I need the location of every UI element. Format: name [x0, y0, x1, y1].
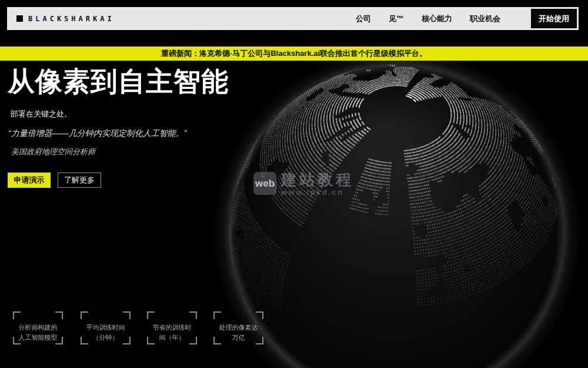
bracket-corner-icon — [213, 311, 221, 319]
bracket-corner-icon — [256, 311, 263, 319]
brand-logo-text: BLACKSHARKAI — [28, 15, 115, 23]
stat-ai-models: 分析师构建的 人工智能模型 — [13, 311, 63, 344]
hero-quote: “力量倍增器——几分钟内实现定制化人工智能。” — [8, 128, 186, 139]
stat-label-line2: 万亿 — [232, 334, 245, 341]
top-navbar: BLACKSHARKAI 公司 见™ 核心能力 职业机会 开始使用 — [7, 7, 579, 30]
stat-label-line1: 平均训练时间 — [86, 324, 125, 331]
hero-buttons: 申请演示 了解更多 — [8, 173, 101, 188]
bracket-corner-icon — [81, 311, 88, 319]
brand-logo[interactable]: BLACKSHARKAI — [16, 15, 115, 23]
stat-label-line2: 间（年） — [159, 334, 185, 341]
watermark-title: 建站教程 — [281, 172, 354, 188]
news-banner[interactable]: 重磅新闻：洛克希德·马丁公司与Blackshark.ai联合推出首个行星级模拟平… — [0, 47, 588, 61]
get-started-button[interactable]: 开始使用 — [531, 9, 577, 28]
stats-row: 分析师构建的 人工智能模型 平均训练时间 （分钟） 节省的训练时 间（年） 处理… — [0, 311, 588, 344]
stat-label-line1: 分析师构建的 — [19, 324, 58, 331]
brand-square-icon — [16, 15, 23, 22]
bracket-corner-icon — [147, 311, 155, 319]
stat-time-saved: 节省的训练时 间（年） — [147, 311, 197, 344]
page-title: 从像素到自主智能 — [8, 67, 229, 97]
stat-label-line2: 人工智能模型 — [19, 334, 58, 341]
stat-pixels-processed: 处理的像素达 万亿 — [213, 311, 263, 344]
stat-label-line1: 处理的像素达 — [219, 324, 258, 331]
request-demo-button[interactable]: 申请演示 — [8, 173, 51, 188]
watermark-url: www.ipkd.cn — [281, 188, 354, 197]
bracket-corner-icon — [189, 311, 197, 319]
bracket-corner-icon — [55, 311, 63, 319]
watermark-web-badge: web — [253, 172, 276, 195]
stat-training-time: 平均训练时间 （分钟） — [81, 311, 131, 344]
stat-label-line1: 节省的训练时 — [153, 324, 192, 331]
hero-quote-attribution: 美国政府地理空间分析师 — [11, 147, 95, 157]
bracket-corner-icon — [123, 311, 131, 319]
site-watermark: web 建站教程 www.ipkd.cn — [253, 172, 354, 197]
stat-label-line2: （分钟） — [93, 334, 119, 341]
nav-item-company[interactable]: 公司 — [356, 14, 371, 24]
nav-item-careers[interactable]: 职业机会 — [470, 14, 500, 24]
news-banner-text: 重磅新闻：洛克希德·马丁公司与Blackshark.ai联合推出首个行星级模拟平… — [161, 48, 427, 59]
nav-item-capabilities[interactable]: 核心能力 — [422, 14, 452, 24]
hero-subtitle: 部署在关键之处。 — [11, 109, 72, 120]
nav-item-see[interactable]: 见™ — [389, 14, 404, 24]
bracket-corner-icon — [13, 311, 21, 319]
nav-links: 公司 见™ 核心能力 职业机会 开始使用 — [356, 9, 579, 28]
learn-more-button[interactable]: 了解更多 — [58, 173, 101, 188]
